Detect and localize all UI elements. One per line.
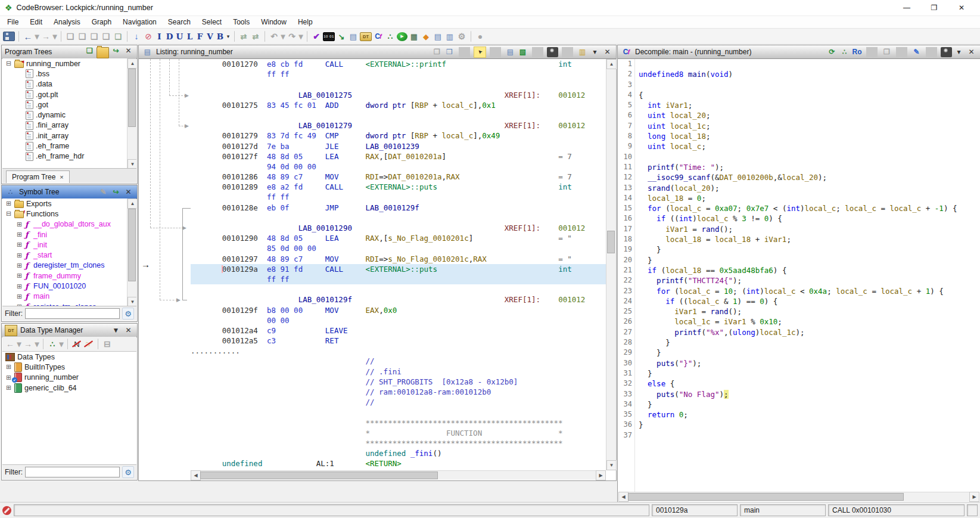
analysis-tool-icon[interactable]: ⚙ bbox=[456, 31, 467, 42]
expand-icon[interactable] bbox=[16, 252, 23, 259]
scroll-left-icon[interactable]: ◀ bbox=[618, 492, 629, 502]
expand-icon[interactable] bbox=[16, 241, 23, 248]
decompile-line[interactable]: 16 if ((int)local_c % 3 != 0) { bbox=[618, 213, 979, 224]
dropdown-icon[interactable]: ▼ bbox=[110, 325, 122, 336]
data-type-archive[interactable]: generic_clib_64 bbox=[2, 383, 136, 393]
listing-row[interactable] bbox=[191, 407, 606, 417]
listing-row[interactable]: 94 0d 00 00 bbox=[191, 162, 606, 172]
decompile-line[interactable]: 24 if ((local_c & 1) == 0) { bbox=[618, 296, 979, 306]
symbol-tree-function[interactable]: _fini bbox=[2, 229, 136, 240]
listing-row[interactable]: 00101270 e8 cb fd CALL <EXTERNAL>::print… bbox=[191, 59, 606, 69]
decompile-line[interactable]: 26 local_1c = iVar1 % 0x10; bbox=[618, 317, 979, 327]
edit-icon[interactable]: ✎ bbox=[98, 187, 109, 197]
symbol-tree-functions[interactable]: f Functions bbox=[2, 209, 136, 219]
save-icon[interactable] bbox=[3, 32, 15, 41]
decompile-line[interactable]: 6 uint local_20; bbox=[618, 110, 979, 120]
decompile-line[interactable]: 14 local_18 = 0; bbox=[618, 193, 979, 203]
minimize-button[interactable]: — bbox=[893, 1, 920, 15]
edit-icon[interactable]: ✎ bbox=[911, 47, 922, 57]
decompile-line[interactable]: 11 printf("Time: "); bbox=[618, 162, 979, 172]
binary-view-icon[interactable] bbox=[323, 32, 335, 41]
listing-row[interactable]: 0010127d 7e ba JLE LAB_00101239 bbox=[191, 141, 606, 151]
graph-icon[interactable]: ∴ bbox=[839, 47, 850, 57]
scroll-thumb[interactable] bbox=[628, 493, 904, 501]
close-icon[interactable]: ✕ bbox=[602, 47, 613, 57]
close-icon[interactable]: ✕ bbox=[123, 45, 134, 55]
symbol-tree-scrollbar[interactable]: ▲ ▼ bbox=[127, 198, 136, 307]
maximize-button[interactable]: ❐ bbox=[920, 1, 948, 15]
next-function-icon[interactable]: ❏ bbox=[101, 31, 111, 42]
scroll-thumb[interactable] bbox=[607, 231, 615, 253]
memory-chip-icon[interactable]: ▦ bbox=[409, 31, 419, 42]
menu-item[interactable]: Window bbox=[261, 18, 287, 26]
listing-row[interactable]: 00101286 48 89 c7 MOV RDI=>DAT_0010201a,… bbox=[191, 172, 606, 182]
program-tree-item[interactable]: .fini_array bbox=[2, 120, 136, 131]
diamond-icon[interactable]: ◆ bbox=[421, 31, 431, 42]
cursor-highlight-icon[interactable] bbox=[474, 46, 486, 58]
forward-dropdown-icon[interactable]: ▾ bbox=[52, 31, 57, 42]
decompile-line[interactable]: 28 } bbox=[618, 337, 979, 348]
snapshot-page-icon[interactable]: ❏ bbox=[113, 31, 123, 42]
paste-icon[interactable]: ❒ bbox=[444, 47, 455, 57]
listing-row[interactable]: 001012a5 c3 RET bbox=[191, 336, 606, 346]
listing-row[interactable] bbox=[191, 79, 606, 89]
byte-dropdown-icon[interactable]: ▾ bbox=[226, 31, 231, 42]
decompile-line[interactable]: 33 puts("No Flag"); bbox=[618, 389, 979, 399]
decompile-line[interactable]: 22 printf("THCTT24{"); bbox=[618, 275, 979, 286]
copy-icon[interactable]: ❐ bbox=[881, 47, 892, 57]
dropdown-icon[interactable]: ▾ bbox=[953, 47, 965, 57]
redo-dropdown-icon[interactable]: ▾ bbox=[298, 31, 303, 42]
byte-button[interactable]: B bbox=[216, 31, 225, 42]
listing-row[interactable]: 00 00 bbox=[191, 315, 606, 325]
expand-icon[interactable] bbox=[16, 272, 23, 279]
label-button[interactable]: L bbox=[185, 31, 194, 42]
menu-item[interactable]: Select bbox=[202, 18, 222, 26]
display-dropdown-icon[interactable]: ▾ bbox=[589, 47, 601, 57]
decompile-line[interactable]: 3 bbox=[618, 80, 979, 90]
decompile-line[interactable]: 27 printf("%x",(ulong)local_1c); bbox=[618, 327, 979, 337]
tab-program-tree[interactable]: Program Tree × bbox=[6, 170, 70, 183]
decompile-line[interactable]: 34 } bbox=[618, 399, 979, 410]
listing-row[interactable]: // .fini bbox=[191, 367, 606, 377]
decompile-line[interactable]: 35 return 0; bbox=[618, 410, 979, 420]
decompile-line[interactable]: 23 for (local_c = 10; (int)local_c < 0x4… bbox=[618, 286, 979, 296]
symbol-tree-function[interactable]: deregister_tm_clones bbox=[2, 260, 136, 271]
decompile-line[interactable]: 15 for (local_c = 0xa07; 0x7e7 < (int)lo… bbox=[618, 203, 979, 213]
decompile-line[interactable]: 10 bbox=[618, 152, 979, 162]
decompile-line[interactable]: 30 puts("}"); bbox=[618, 358, 979, 368]
program-tree-item[interactable]: .got bbox=[2, 100, 136, 110]
decompile-line[interactable]: 12 __isoc99_scanf(&DAT_0010200b,&local_2… bbox=[618, 172, 979, 182]
listing-horizontal-scrollbar[interactable]: ◀ ▶ bbox=[191, 470, 606, 480]
expand-icon[interactable] bbox=[16, 221, 23, 228]
decompile-line[interactable]: 4 { bbox=[618, 90, 979, 100]
decompile-line[interactable]: 25 iVar1 = rand(); bbox=[618, 306, 979, 317]
scroll-down-icon[interactable]: ▼ bbox=[606, 460, 617, 470]
next-bookmark-icon[interactable]: ❏ bbox=[77, 31, 88, 42]
scroll-thumb[interactable] bbox=[200, 472, 438, 479]
clear-flow-icon[interactable]: ⊘ bbox=[143, 31, 154, 42]
decompile-line[interactable]: 18 local_18 = local_18 + iVar1; bbox=[618, 234, 979, 244]
close-icon[interactable]: ✕ bbox=[123, 325, 134, 336]
import-icon[interactable]: ↘ bbox=[336, 31, 347, 42]
listing-row[interactable]: ff ff bbox=[191, 192, 606, 202]
program-tree-item[interactable]: .got.plt bbox=[2, 89, 136, 100]
symbol-tree-function[interactable]: _start bbox=[2, 250, 136, 260]
listing-row[interactable]: // ram:001012a8-ram:001012b0 bbox=[191, 387, 606, 397]
variable-button[interactable]: V bbox=[206, 31, 214, 42]
listing-row[interactable]: ff ff bbox=[191, 274, 606, 284]
prev-bookmark-icon[interactable]: ❏ bbox=[65, 31, 76, 42]
function-button[interactable]: F bbox=[195, 31, 204, 42]
menu-item[interactable]: Graph bbox=[92, 18, 111, 26]
menu-item[interactable]: Navigation bbox=[123, 18, 157, 26]
decompile-line[interactable]: 19 } bbox=[618, 244, 979, 255]
redo-icon[interactable]: ↷ bbox=[287, 31, 297, 42]
decompile-horizontal-scrollbar[interactable]: ◀ ▶ bbox=[618, 492, 979, 501]
program-tree-item[interactable]: .dynamic bbox=[2, 110, 136, 120]
listing-row[interactable] bbox=[191, 110, 606, 120]
symbol-tree-function[interactable]: _init bbox=[2, 240, 136, 250]
data-button[interactable]: D bbox=[165, 31, 174, 42]
menu-item[interactable]: Edit bbox=[30, 18, 42, 26]
decompile-line[interactable]: 37 bbox=[618, 430, 979, 441]
listing-row[interactable]: 00101279 83 7d fc 49 CMP dword ptr [RBP … bbox=[191, 131, 606, 141]
program-tree-item[interactable]: .init_array bbox=[2, 131, 136, 141]
